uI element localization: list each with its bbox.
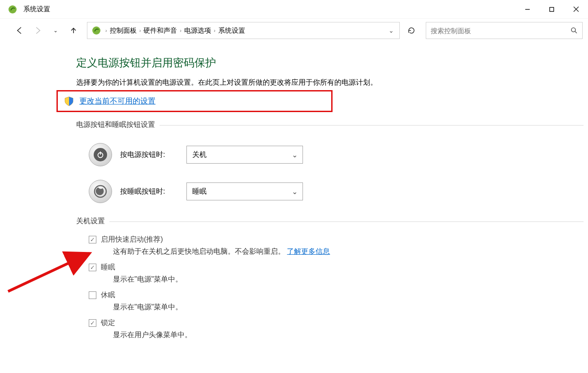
window-title: 系统设置 (23, 5, 50, 13)
sleep-checkbox[interactable] (89, 264, 96, 271)
checkbox-description: 显示在"电源"菜单中。 (113, 303, 566, 312)
close-button[interactable] (564, 0, 588, 19)
chevron-right-icon: › (214, 28, 216, 33)
minimize-button[interactable] (515, 0, 540, 19)
dropdown-value: 关机 (192, 150, 286, 160)
power-buttons-section-header: 电源按钮和睡眠按钮设置 (76, 120, 566, 130)
breadcrumb-item[interactable]: 硬件和声音 (143, 26, 177, 35)
hibernate-option: 休眠 显示在"电源"菜单中。 (89, 291, 566, 312)
breadcrumb-item[interactable]: 系统设置 (218, 26, 245, 35)
chevron-down-icon: ⌄ (286, 183, 303, 200)
breadcrumb-icon (92, 26, 101, 35)
chevron-right-icon: › (105, 28, 107, 33)
checkbox-description: 这有助于在关机之后更快地启动电脑。不会影响重启。 了解更多信息 (113, 247, 566, 256)
svg-line-7 (575, 31, 577, 33)
power-button-label: 按电源按钮时: (120, 150, 178, 160)
maximize-button[interactable] (540, 0, 564, 19)
history-dropdown[interactable]: ⌄ (47, 22, 65, 39)
search-input[interactable] (431, 27, 571, 35)
sleep-button-dropdown[interactable]: 睡眠 ⌄ (186, 182, 303, 200)
lock-option: 锁定 显示在用户头像菜单中。 (89, 318, 566, 340)
fast-startup-option: 启用快速启动(推荐) 这有助于在关机之后更快地启动电脑。不会影响重启。 了解更多… (89, 235, 566, 256)
back-button[interactable] (11, 22, 29, 39)
svg-point-0 (9, 5, 17, 13)
power-button-dropdown[interactable]: 关机 ⌄ (186, 146, 303, 164)
learn-more-link[interactable]: 了解更多信息 (287, 247, 330, 255)
checkbox-description: 显示在用户头像菜单中。 (113, 330, 566, 340)
page-heading: 定义电源按钮并启用密码保护 (76, 56, 566, 70)
power-button-row: 按电源按钮时: 关机 ⌄ (89, 143, 566, 166)
chevron-right-icon: › (139, 28, 141, 33)
power-icon (89, 143, 112, 166)
lock-checkbox[interactable] (89, 319, 96, 327)
navbar: ⌄ › 控制面板 › 硬件和声音 › 电源选项 › 系统设置 ⌄ (0, 19, 588, 42)
app-icon (8, 5, 17, 14)
breadcrumb-dropdown[interactable]: ⌄ (386, 27, 397, 34)
sleep-button-label: 按睡眠按钮时: (120, 187, 178, 196)
checkbox-description: 显示在"电源"菜单中。 (113, 275, 566, 284)
change-settings-highlight: 更改当前不可用的设置 (56, 90, 333, 112)
shutdown-section-header: 关机设置 (76, 217, 566, 226)
checkbox-label: 睡眠 (101, 263, 115, 272)
content-area: 定义电源按钮并启用密码保护 选择要为你的计算机设置的电源设置。在此页上对设置所做… (0, 42, 588, 340)
titlebar: 系统设置 (0, 0, 588, 19)
fast-startup-checkbox[interactable] (89, 236, 96, 243)
dropdown-value: 睡眠 (192, 187, 286, 196)
breadcrumb[interactable]: › 控制面板 › 硬件和声音 › 电源选项 › 系统设置 ⌄ (87, 22, 400, 39)
search-box[interactable] (426, 22, 583, 39)
sleep-icon (89, 180, 112, 203)
change-unavailable-settings-link[interactable]: 更改当前不可用的设置 (79, 96, 156, 106)
breadcrumb-item[interactable]: 电源选项 (184, 26, 211, 35)
svg-rect-2 (550, 7, 554, 11)
search-icon (571, 27, 578, 34)
page-description: 选择要为你的计算机设置的电源设置。在此页上对设置所做的更改将应用于你所有的电源计… (76, 78, 566, 87)
sleep-button-row: 按睡眠按钮时: 睡眠 ⌄ (89, 180, 566, 203)
chevron-right-icon: › (180, 28, 182, 33)
refresh-button[interactable] (402, 22, 420, 39)
sleep-option: 睡眠 显示在"电源"菜单中。 (89, 263, 566, 284)
forward-button[interactable] (29, 22, 47, 39)
breadcrumb-item[interactable]: 控制面板 (110, 26, 137, 35)
checkbox-label: 休眠 (101, 291, 115, 300)
chevron-down-icon: ⌄ (286, 146, 303, 163)
svg-point-5 (92, 26, 100, 35)
checkbox-label: 锁定 (101, 318, 115, 328)
svg-point-6 (571, 28, 575, 32)
up-button[interactable] (65, 22, 82, 39)
hibernate-checkbox[interactable] (89, 291, 96, 299)
shield-icon (64, 96, 74, 106)
checkbox-label: 启用快速启动(推荐) (101, 235, 163, 244)
